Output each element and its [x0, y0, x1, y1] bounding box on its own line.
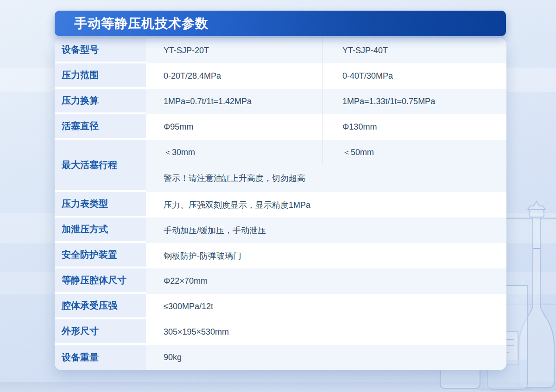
row-values: 压力、压强双刻度显示，显示精度1MPa: [146, 192, 506, 218]
row-value: 1MPa=0.7t/1t=1.42MPa: [146, 89, 322, 114]
spec-table: 设备型号YT-SJP-20TYT-SJP-40T压力范围0-20T/28.4MP…: [55, 38, 506, 370]
row-value: YT-SJP-20T: [146, 38, 322, 63]
volumetric-flask-image: [519, 201, 554, 387]
row-values: 1MPa=0.7t/1t=1.42MPa1MPa=1.33t/1t=0.75MP…: [146, 89, 506, 114]
row-value: 压力、压强双刻度显示，显示精度1MPa: [146, 192, 506, 218]
table-row: 压力换算1MPa=0.7t/1t=1.42MPa1MPa=1.33t/1t=0.…: [55, 89, 506, 114]
row-label: 最大活塞行程: [55, 140, 146, 192]
stroke-values-line: ＜30mm＜50mm: [146, 140, 506, 164]
row-label: 压力范围: [55, 63, 146, 89]
row-value: 305×195×530mm: [146, 319, 506, 345]
row-value: ≤300MPa/12t: [146, 294, 506, 319]
warning-text: 警示！请注意油缸上升高度，切勿超高: [146, 164, 506, 192]
row-values: 钢板防护-防弹玻璃门: [146, 243, 506, 268]
row-values: 0-20T/28.4MPa0-40T/30MPa: [146, 63, 506, 89]
row-label: 压力换算: [55, 89, 146, 114]
table-row: 外形尺寸305×195×530mm: [55, 319, 506, 345]
row-label: 安全防护装置: [55, 243, 146, 268]
row-value: 1MPa=1.33t/1t=0.75MPa: [322, 89, 506, 114]
row-label: 设备重量: [55, 345, 146, 370]
row-values: 305×195×530mm: [146, 319, 506, 345]
table-row: 加泄压方式手动加压/缓加压，手动泄压: [55, 218, 506, 243]
table-row: 最大活塞行程＜30mm＜50mm警示！请注意油缸上升高度，切勿超高: [55, 140, 506, 192]
page-title: 手动等静压机技术参数: [74, 15, 208, 32]
row-value: 手动加压/缓加压，手动泄压: [146, 218, 506, 243]
table-row: 等静压腔体尺寸Φ22×70mm: [55, 268, 506, 294]
row-label: 等静压腔体尺寸: [55, 268, 146, 294]
row-label: 腔体承受压强: [55, 294, 146, 319]
row-values: 手动加压/缓加压，手动泄压: [146, 218, 506, 243]
table-row: 腔体承受压强≤300MPa/12t: [55, 294, 506, 319]
row-value: Φ95mm: [146, 114, 322, 140]
table-row: 压力范围0-20T/28.4MPa0-40T/30MPa: [55, 63, 506, 89]
row-value: ＜30mm: [146, 140, 322, 164]
row-label: 活塞直径: [55, 114, 146, 140]
table-row: 活塞直径Φ95mmΦ130mm: [55, 114, 506, 140]
row-values: Φ95mmΦ130mm: [146, 114, 506, 140]
row-value: 钢板防护-防弹玻璃门: [146, 243, 506, 268]
table-surface-shadow: [0, 382, 556, 392]
table-row: 设备型号YT-SJP-20TYT-SJP-40T: [55, 38, 506, 63]
page-title-bar: 手动等静压机技术参数: [55, 11, 506, 36]
row-values: YT-SJP-20TYT-SJP-40T: [146, 38, 506, 63]
table-row: 设备重量90kg: [55, 345, 506, 370]
row-label: 设备型号: [55, 38, 146, 63]
row-value: Φ130mm: [322, 114, 506, 140]
row-value: 0-20T/28.4MPa: [146, 63, 322, 89]
row-values: Φ22×70mm: [146, 268, 506, 294]
row-value: Φ22×70mm: [146, 268, 506, 294]
row-label: 压力表类型: [55, 192, 146, 218]
row-values: ≤300MPa/12t: [146, 294, 506, 319]
row-value: YT-SJP-40T: [322, 38, 506, 63]
row-values: 90kg: [146, 345, 506, 370]
table-row: 安全防护装置钢板防护-防弹玻璃门: [55, 243, 506, 268]
row-label: 外形尺寸: [55, 319, 146, 345]
row-value: 90kg: [146, 345, 506, 370]
row-value: ＜50mm: [322, 140, 506, 164]
table-row: 压力表类型压力、压强双刻度显示，显示精度1MPa: [55, 192, 506, 218]
row-value: 0-40T/30MPa: [322, 63, 506, 89]
row-values: ＜30mm＜50mm警示！请注意油缸上升高度，切勿超高: [146, 140, 506, 192]
row-label: 加泄压方式: [55, 218, 146, 243]
